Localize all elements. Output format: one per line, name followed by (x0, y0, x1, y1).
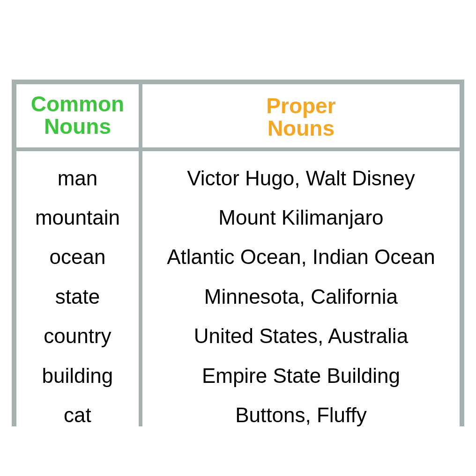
cell-proper: Minnesota, California (141, 277, 460, 316)
cell-common: ocean (16, 237, 141, 277)
table-row: country United States, Australia (16, 316, 460, 356)
table-row: mountain Mount Kilimanjaro (16, 198, 460, 237)
cell-common: cat (16, 395, 141, 426)
header-common-label: CommonNouns (31, 92, 124, 139)
cell-common: state (16, 277, 141, 316)
cell-common: country (16, 316, 141, 356)
table-row: building Empire State Building (16, 356, 460, 395)
cell-proper: Empire State Building (141, 356, 460, 395)
table-row: cat Buttons, Fluffy (16, 395, 460, 426)
header-common-nouns: CommonNouns (16, 84, 141, 149)
nouns-table: CommonNouns ProperNouns man Victor Hugo,… (16, 84, 460, 426)
table-row: state Minnesota, California (16, 277, 460, 316)
header-proper-nouns: ProperNouns (141, 84, 460, 149)
cell-common: building (16, 356, 141, 395)
cell-common: mountain (16, 198, 141, 237)
header-proper-label: ProperNouns (266, 94, 335, 140)
table-row: ocean Atlantic Ocean, Indian Ocean (16, 237, 460, 277)
cell-proper: Buttons, Fluffy (141, 395, 460, 426)
cell-proper: Victor Hugo, Walt Disney (141, 149, 460, 198)
cell-proper: Mount Kilimanjaro (141, 198, 460, 237)
cell-proper: United States, Australia (141, 316, 460, 356)
cell-common: man (16, 149, 141, 198)
table-row: man Victor Hugo, Walt Disney (16, 149, 460, 198)
nouns-table-container: CommonNouns ProperNouns man Victor Hugo,… (12, 80, 464, 426)
cell-proper: Atlantic Ocean, Indian Ocean (141, 237, 460, 277)
